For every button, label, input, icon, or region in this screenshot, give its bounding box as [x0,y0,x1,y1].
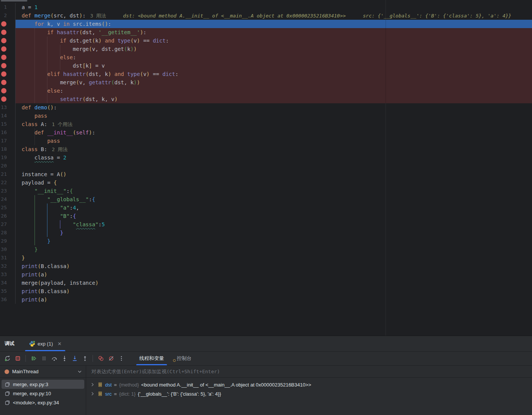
gutter-line-13[interactable]: 13 [0,103,16,112]
code-text-line-34[interactable]: merge(payload, instance) [16,279,532,287]
step-out-button[interactable] [80,353,90,363]
code-text-line-32[interactable]: print(B.classa) [16,262,532,270]
gutter-line-34[interactable]: 34 [0,279,16,287]
code-text-line-9[interactable]: elif hasattr(dst, k) and type(v) == dict… [16,70,532,78]
code-text-line-11[interactable]: else: [16,87,532,95]
breakpoint-icon[interactable] [1,38,6,43]
gutter-line-12[interactable] [0,95,16,103]
gutter-line-19[interactable]: 19 [0,153,16,162]
code-text-line-25[interactable]: "a":4, [16,204,532,212]
gutter-line-7[interactable] [0,53,16,62]
view-breakpoints-button[interactable] [96,353,106,363]
code-text-line-18[interactable]: class B:2 用法 [16,145,532,153]
code-text-line-28[interactable]: } [16,229,532,237]
expand-chevron-icon[interactable] [90,382,95,387]
code-text-line-7[interactable]: else: [16,53,532,62]
tab-console[interactable]: 控制台 [168,352,196,365]
mute-breakpoints-button[interactable] [106,353,116,363]
frame-item[interactable]: <module>, exp.py:34 [2,398,84,407]
code-line-12[interactable]: setattr(dst, k, v) [0,95,532,103]
code-line-22[interactable]: 22payload = { [0,178,532,187]
code-text-line-8[interactable]: dst[k] = v [16,62,532,70]
usage-count-hint[interactable]: 3 用法 [90,13,106,19]
code-text-line-24[interactable]: "__globals__":{ [16,195,532,204]
gutter-line-26[interactable]: 26 [0,212,16,220]
gutter-line-30[interactable]: 30 [0,245,16,254]
code-line-36[interactable]: 36print(a) [0,295,532,304]
session-tab-exp[interactable]: exp (1) ✕ [25,336,65,351]
code-text-line-17[interactable]: pass [16,137,532,145]
code-text-line-16[interactable]: def __init__(self): [16,128,532,137]
gutter-line-27[interactable]: 27 [0,220,16,229]
code-text-line-27[interactable]: "classa":5 [16,220,532,229]
gutter-line-25[interactable]: 25 [0,204,16,212]
code-line-3[interactable]: for k, v in src.items(): [0,20,532,28]
code-line-21[interactable]: 21instance = A() [0,170,532,178]
code-line-30[interactable]: 30 } [0,245,532,254]
code-text-line-3[interactable]: for k, v in src.items(): [16,20,532,28]
gutter-line-4[interactable] [0,28,16,36]
code-text-line-30[interactable]: } [16,245,532,254]
code-line-4[interactable]: if hasattr(dst, '__getitem__'): [0,28,532,36]
code-line-15[interactable]: 15class A:1 个用法 [0,120,532,128]
gutter-line-5[interactable] [0,36,16,45]
code-line-20[interactable]: 20 [0,162,532,170]
gutter-line-36[interactable]: 36 [0,295,16,304]
code-line-5[interactable]: if dst.get(k) and type(v) == dict: [0,36,532,45]
code-line-7[interactable]: else: [0,53,532,62]
tab-threads-variables[interactable]: 线程和变量 [135,352,168,365]
stop-button[interactable] [13,353,23,363]
gutter-line-10[interactable] [0,78,16,87]
code-line-31[interactable]: 31} [0,254,532,262]
code-text-line-2[interactable]: def merge(src, dst):3 用法dst: <bound meth… [16,11,532,20]
breakpoint-icon[interactable] [1,63,6,68]
gutter-line-18[interactable]: 18 [0,145,16,153]
expand-chevron-icon[interactable] [90,391,95,396]
code-line-1[interactable]: 1a = 1 [0,3,532,11]
code-text-line-29[interactable]: } [16,237,532,245]
gutter-line-22[interactable]: 22 [0,178,16,187]
gutter-line-15[interactable]: 15 [0,120,16,128]
code-line-27[interactable]: 27 "classa":5 [0,220,532,229]
code-text-line-15[interactable]: class A:1 个用法 [16,120,532,128]
gutter-line-29[interactable]: 29 [0,237,16,245]
code-text-line-26[interactable]: "B":{ [16,212,532,220]
pause-button[interactable] [39,353,49,363]
code-text-line-31[interactable]: } [16,254,532,262]
variable-row[interactable]: src={dict: 1}{'__globals__': {'B': {'cla… [90,389,532,398]
breakpoint-icon[interactable] [1,21,6,27]
code-line-19[interactable]: 19 classa = 2 [0,153,532,162]
code-line-35[interactable]: 35print(B.classa) [0,287,532,295]
variable-row[interactable]: dst={method}<bound method A.__init__ of … [90,380,532,389]
step-over-button[interactable] [49,353,59,363]
code-line-29[interactable]: 29 } [0,237,532,245]
gutter-line-32[interactable]: 32 [0,262,16,270]
code-text-line-10[interactable]: merge(v, getattr(dst, k)) [16,78,532,87]
code-line-17[interactable]: 17 pass [0,137,532,145]
code-text-line-36[interactable]: print(a) [16,295,532,304]
code-text-line-14[interactable]: pass [16,112,532,120]
watch-expression-input[interactable] [86,369,532,374]
code-line-14[interactable]: 14 pass [0,112,532,120]
code-line-6[interactable]: merge(v, dst.get(k)) [0,45,532,53]
code-text-line-1[interactable]: a = 1 [16,3,532,11]
code-line-34[interactable]: 34merge(payload, instance) [0,279,532,287]
code-text-line-33[interactable]: print(a) [16,270,532,279]
close-icon[interactable]: ✕ [57,341,61,347]
breakpoint-icon[interactable] [1,71,6,77]
usage-count-hint[interactable]: 2 用法 [52,147,68,152]
gutter-line-2[interactable]: 2 [0,11,16,20]
gutter-line-3[interactable] [0,20,16,28]
gutter-line-20[interactable]: 20 [0,162,16,170]
more-button[interactable] [116,353,126,363]
usage-count-hint[interactable]: 1 个用法 [52,122,72,127]
code-line-33[interactable]: 33print(a) [0,270,532,279]
code-line-32[interactable]: 32print(B.classa) [0,262,532,270]
editor[interactable]: 1a = 12def merge(src, dst):3 用法dst: <bou… [0,0,532,336]
code-line-24[interactable]: 24 "__globals__":{ [0,195,532,204]
code-text-line-6[interactable]: merge(v, dst.get(k)) [16,45,532,53]
code-line-25[interactable]: 25 "a":4, [0,204,532,212]
breakpoint-icon[interactable] [1,55,6,60]
breakpoint-icon[interactable] [1,80,6,85]
code-line-9[interactable]: elif hasattr(dst, k) and type(v) == dict… [0,70,532,78]
